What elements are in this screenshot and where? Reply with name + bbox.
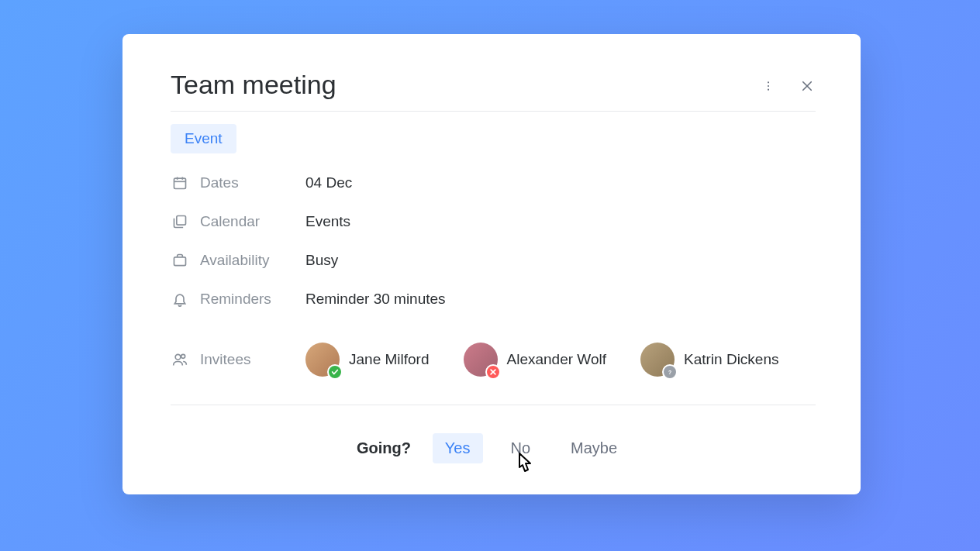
invitee-list: Jane Milford Alexander Wolf ? bbox=[305, 343, 779, 377]
briefcase-icon bbox=[171, 251, 189, 270]
reminders-value: Reminder 30 minutes bbox=[305, 291, 446, 308]
availability-label: Availability bbox=[200, 252, 305, 269]
tabs: Event bbox=[171, 124, 816, 153]
calendar-icon bbox=[171, 174, 189, 192]
going-label: Going? bbox=[357, 439, 411, 457]
reminders-label: Reminders bbox=[200, 291, 305, 308]
svg-rect-9 bbox=[177, 216, 186, 226]
avatar bbox=[305, 343, 340, 377]
answer-no[interactable]: No bbox=[499, 433, 543, 463]
avatar bbox=[464, 343, 498, 377]
invitees-label: Invitees bbox=[200, 351, 305, 368]
invitee-item[interactable]: Jane Milford bbox=[305, 343, 430, 377]
calendar-label: Calendar bbox=[200, 213, 305, 230]
bell-icon bbox=[171, 290, 189, 308]
tab-event[interactable]: Event bbox=[171, 124, 236, 153]
svg-point-11 bbox=[175, 354, 181, 360]
more-options-icon[interactable] bbox=[760, 77, 777, 95]
calendar-value: Events bbox=[305, 213, 350, 230]
svg-point-1 bbox=[768, 85, 769, 87]
svg-point-0 bbox=[768, 81, 769, 83]
invitee-name: Jane Milford bbox=[349, 351, 430, 368]
rsvp-footer: Going? Yes No Maybe bbox=[171, 433, 816, 463]
check-icon bbox=[327, 364, 343, 380]
invitee-name: Alexander Wolf bbox=[507, 351, 607, 368]
svg-point-2 bbox=[768, 89, 769, 91]
field-availability: Availability Busy bbox=[171, 251, 816, 270]
event-card: Team meeting Event Dates 04 Dec Calendar… bbox=[122, 34, 861, 494]
calendars-icon bbox=[171, 212, 189, 231]
invitee-name: Katrin Dickens bbox=[684, 351, 779, 368]
field-dates: Dates 04 Dec bbox=[171, 174, 816, 192]
people-icon bbox=[171, 350, 189, 369]
svg-rect-10 bbox=[174, 257, 186, 266]
close-icon[interactable] bbox=[799, 77, 816, 95]
svg-rect-5 bbox=[174, 178, 186, 188]
availability-value: Busy bbox=[305, 252, 338, 269]
dates-label: Dates bbox=[200, 174, 305, 191]
invitee-item[interactable]: Alexander Wolf bbox=[464, 343, 607, 377]
dates-value: 04 Dec bbox=[305, 174, 352, 191]
event-title: Team meeting bbox=[171, 70, 816, 112]
x-icon bbox=[485, 364, 501, 380]
field-reminders: Reminders Reminder 30 minutes bbox=[171, 290, 816, 308]
answer-yes[interactable]: Yes bbox=[433, 433, 483, 463]
question-icon: ? bbox=[662, 364, 678, 380]
svg-point-12 bbox=[181, 354, 185, 358]
fields: Dates 04 Dec Calendar Events Availabilit… bbox=[171, 174, 816, 463]
invitee-item[interactable]: ? Katrin Dickens bbox=[640, 343, 779, 377]
svg-text:?: ? bbox=[668, 370, 671, 375]
field-invitees: Invitees Jane Milford bbox=[171, 343, 816, 405]
avatar: ? bbox=[640, 343, 675, 377]
field-calendar: Calendar Events bbox=[171, 212, 816, 231]
answer-maybe[interactable]: Maybe bbox=[558, 433, 630, 463]
